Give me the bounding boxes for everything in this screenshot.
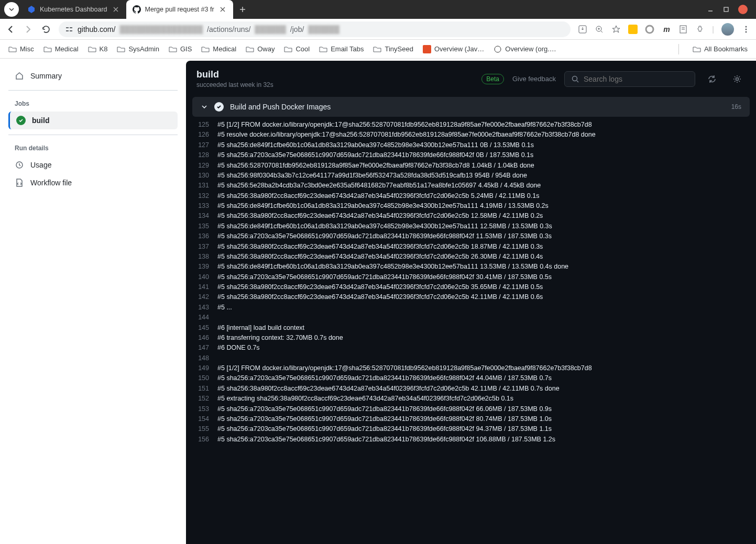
bookmark-folder[interactable]: TinySeed xyxy=(373,45,413,53)
zoom-icon[interactable] xyxy=(595,25,604,34)
line-text: #5 sha256:de849f1cfbe60b1c06a1db83a3129a… xyxy=(217,262,756,272)
line-text: #5 sha256:a7203ca35e75e068651c9907d659ad… xyxy=(217,272,756,282)
profile-avatar[interactable] xyxy=(721,23,734,36)
extension-icon-m[interactable]: m xyxy=(662,25,671,34)
window-close-button[interactable] xyxy=(738,5,748,14)
line-text: #5 sha256:38a980f2cc8accf69c23deae6743d4… xyxy=(217,191,756,201)
minimize-icon[interactable] xyxy=(707,6,714,13)
sidebar-summary[interactable]: Summary xyxy=(8,67,178,85)
success-icon xyxy=(214,102,224,112)
sidebar-workflow-file[interactable]: Workflow file xyxy=(8,174,178,192)
line-number: 135 xyxy=(186,221,217,231)
tab-kubernetes[interactable]: Kubernetes Dashboard xyxy=(21,0,126,19)
folder-icon xyxy=(284,45,292,53)
arrow-right-icon xyxy=(24,25,33,34)
job-title: build xyxy=(196,69,473,80)
browser-titlebar: Kubernetes Dashboard Merge pull request … xyxy=(0,0,756,19)
svg-point-16 xyxy=(736,77,739,80)
forward-button[interactable] xyxy=(23,24,34,35)
bookmark-folder[interactable]: Email Tabs xyxy=(319,45,364,53)
search-icon xyxy=(571,75,579,83)
all-bookmarks-button[interactable]: All Bookmarks xyxy=(693,45,748,53)
log-line: 145#6 [internal] load build context xyxy=(186,323,756,333)
kebab-menu-icon[interactable] xyxy=(741,25,751,34)
chevron-down-icon xyxy=(201,103,208,110)
line-number: 134 xyxy=(186,211,217,221)
line-text: #6 [internal] load build context xyxy=(217,323,756,333)
line-number: 156 xyxy=(186,435,217,445)
new-tab-button[interactable] xyxy=(235,2,250,17)
log-line: 139#5 sha256:de849f1cfbe60b1c06a1db83a31… xyxy=(186,262,756,272)
svg-rect-5 xyxy=(70,30,72,31)
extension-icon-1[interactable] xyxy=(628,25,638,34)
tab-title: Kubernetes Dashboard xyxy=(40,6,107,13)
rerun-button[interactable] xyxy=(704,71,720,87)
line-text: #5 [1/2] FROM docker.io/library/openjdk:… xyxy=(217,363,756,373)
give-feedback-link[interactable]: Give feedback xyxy=(512,75,556,83)
reading-list-icon[interactable] xyxy=(678,25,688,34)
extensions-icon[interactable] xyxy=(695,25,705,34)
line-number: 139 xyxy=(186,262,217,272)
log-line: 134#5 sha256:38a980f2cc8accf69c23deae674… xyxy=(186,211,756,221)
search-logs-box[interactable] xyxy=(564,71,695,87)
bookmark-folder[interactable]: SysAdmin xyxy=(117,45,159,53)
line-number: 151 xyxy=(186,384,217,394)
bookmark-folder[interactable]: Cool xyxy=(284,45,310,53)
svg-point-12 xyxy=(746,31,747,32)
log-line: 150#5 sha256:a7203ca35e75e068651c9907d65… xyxy=(186,373,756,383)
tab-github[interactable]: Merge pull request #3 fr xyxy=(126,0,233,19)
bookmark-folder[interactable]: Misc xyxy=(8,45,34,53)
log-line: 142#5 sha256:38a980f2cc8accf69c23deae674… xyxy=(186,292,756,302)
step-header[interactable]: Build and Push Docker Images 16s xyxy=(192,97,750,117)
site-settings-icon[interactable] xyxy=(65,25,73,34)
bookmark-folder[interactable]: Oway xyxy=(246,45,275,53)
line-number: 137 xyxy=(186,242,217,252)
log-line: 151#5 sha256:38a980f2cc8accf69c23deae674… xyxy=(186,384,756,394)
address-bar[interactable]: github.com/████████████████/actions/runs… xyxy=(59,21,571,37)
svg-rect-4 xyxy=(70,27,72,28)
line-text: #5 sha256:98f0304b3a3b7c12ce641177a99d1f… xyxy=(217,171,756,181)
github-icon xyxy=(133,5,141,14)
close-icon[interactable] xyxy=(112,5,120,14)
install-app-icon[interactable] xyxy=(578,25,587,34)
star-icon[interactable] xyxy=(611,25,621,34)
arrow-left-icon xyxy=(6,25,15,34)
line-text: #5 ... xyxy=(217,303,756,313)
svg-marker-0 xyxy=(28,6,35,13)
maximize-icon[interactable] xyxy=(722,6,730,13)
log-header: build succeeded last week in 32s Beta Gi… xyxy=(186,61,756,97)
line-text: #5 sha256:a7203ca35e75e068651c9907d659ad… xyxy=(217,231,756,241)
log-lines[interactable]: 125#5 [1/2] FROM docker.io/library/openj… xyxy=(186,117,756,448)
folder-icon xyxy=(43,45,52,53)
file-icon xyxy=(15,178,24,187)
line-text: #6 DONE 0.7s xyxy=(217,343,756,353)
line-text: #5 sha256:a7203ca35e75e068651c9907d659ad… xyxy=(217,414,756,424)
log-line: 131#5 sha256:5e28ba2b4cdb3a7c3bd0ee2e635… xyxy=(186,181,756,191)
search-logs-input[interactable] xyxy=(584,75,688,83)
sidebar-usage[interactable]: Usage xyxy=(8,156,178,174)
log-line: 155#5 sha256:a7203ca35e75e068651c9907d65… xyxy=(186,424,756,434)
line-number: 140 xyxy=(186,272,217,282)
clock-icon xyxy=(15,160,24,170)
back-button[interactable] xyxy=(5,24,16,35)
bookmark-folder[interactable]: Medical xyxy=(201,45,236,53)
settings-button[interactable] xyxy=(729,71,746,87)
line-text: #5 sha256:a7203ca35e75e068651c9907d659ad… xyxy=(217,373,756,383)
line-number: 145 xyxy=(186,323,217,333)
close-icon[interactable] xyxy=(218,5,227,14)
bookmark-pill[interactable]: Overview (org.… xyxy=(494,45,556,53)
bookmark-pill[interactable]: Overview (Jav… xyxy=(423,45,484,53)
folder-icon xyxy=(117,45,125,53)
bookmark-folder[interactable]: K8 xyxy=(88,45,108,53)
bookmark-folder[interactable]: Medical xyxy=(43,45,79,53)
log-line: 125#5 [1/2] FROM docker.io/library/openj… xyxy=(186,120,756,130)
extension-icon-2[interactable] xyxy=(645,25,654,34)
line-number: 128 xyxy=(186,150,217,160)
home-icon xyxy=(15,71,24,81)
folder-icon xyxy=(246,45,254,53)
sidebar-job-build[interactable]: build xyxy=(8,112,178,129)
bookmark-folder[interactable]: GIS xyxy=(169,45,192,53)
tabs-dropdown-button[interactable] xyxy=(4,2,19,17)
reload-button[interactable] xyxy=(41,24,51,35)
svg-point-10 xyxy=(746,26,747,27)
